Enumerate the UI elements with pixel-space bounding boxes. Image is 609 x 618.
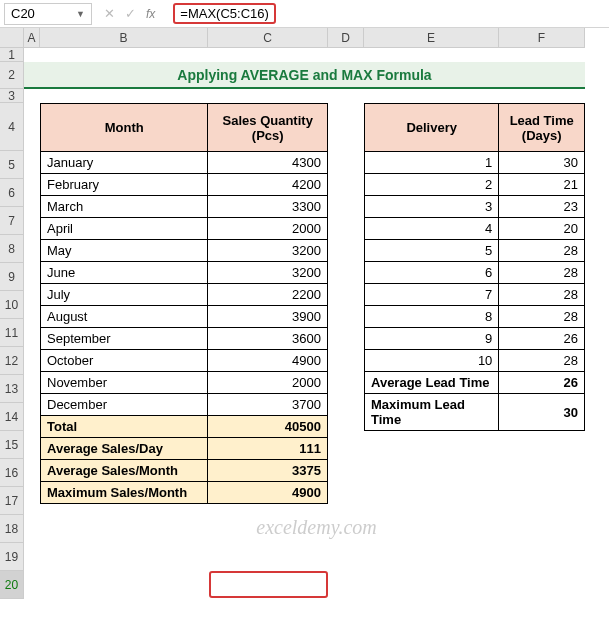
col-header-A[interactable]: A	[24, 28, 40, 48]
fx-icon[interactable]: fx	[146, 7, 155, 21]
avg-day-row: Average Sales/Day111	[41, 438, 328, 460]
avg-month-row: Average Sales/Month3375	[41, 460, 328, 482]
table-row: February4200	[41, 174, 328, 196]
max-month-row: Maximum Sales/Month4900	[41, 482, 328, 504]
column-headers: A B C D E F	[24, 28, 585, 48]
table-row: August3900	[41, 306, 328, 328]
row-header-17[interactable]: 17	[0, 487, 24, 515]
avg-lead-row: Average Lead Time26	[365, 372, 585, 394]
worksheet[interactable]: Applying AVERAGE and MAX Formula Month S…	[24, 48, 609, 599]
table-row: 130	[365, 152, 585, 174]
max-lead-row: Maximum Lead Time30	[365, 394, 585, 431]
table-row: 323	[365, 196, 585, 218]
row-headers: 1 2 3 4 5 6 7 8 9 10 11 12 13 14 15 16 1…	[0, 48, 24, 599]
row-header-19[interactable]: 19	[0, 543, 24, 571]
table-row: June3200	[41, 262, 328, 284]
page-title: Applying AVERAGE and MAX Formula	[24, 62, 585, 89]
table-row: 728	[365, 284, 585, 306]
table-row: 628	[365, 262, 585, 284]
row-header-9[interactable]: 9	[0, 263, 24, 291]
formula-bar[interactable]: =MAX(C5:C16)	[167, 1, 609, 26]
th-delivery: Delivery	[365, 104, 499, 152]
th-lead: Lead Time (Days)	[499, 104, 585, 152]
table-row: October4900	[41, 350, 328, 372]
lead-time-table: Delivery Lead Time (Days) 130 221 323 42…	[364, 103, 585, 431]
row-header-8[interactable]: 8	[0, 235, 24, 263]
th-month: Month	[41, 104, 208, 152]
col-header-C[interactable]: C	[208, 28, 328, 48]
col-header-B[interactable]: B	[40, 28, 208, 48]
max-month-cell[interactable]: 4900	[208, 482, 328, 504]
table-row: 926	[365, 328, 585, 350]
table-row: July2200	[41, 284, 328, 306]
table-row: April2000	[41, 218, 328, 240]
row-header-20[interactable]: 20	[0, 571, 24, 599]
total-row: Total40500	[41, 416, 328, 438]
watermark: exceldemy.com	[256, 516, 376, 539]
row-header-3[interactable]: 3	[0, 89, 24, 103]
row-header-1[interactable]: 1	[0, 48, 24, 62]
col-header-F[interactable]: F	[499, 28, 585, 48]
row-header-6[interactable]: 6	[0, 179, 24, 207]
row-header-14[interactable]: 14	[0, 403, 24, 431]
row-header-12[interactable]: 12	[0, 347, 24, 375]
selected-cell-highlight	[209, 571, 328, 598]
row-header-13[interactable]: 13	[0, 375, 24, 403]
table-row: September3600	[41, 328, 328, 350]
row-header-18[interactable]: 18	[0, 515, 24, 543]
row-header-2[interactable]: 2	[0, 62, 24, 89]
row-header-4[interactable]: 4	[0, 103, 24, 151]
table-row: December3700	[41, 394, 328, 416]
formula-text: =MAX(C5:C16)	[173, 3, 276, 24]
accept-icon: ✓	[125, 6, 136, 21]
table-row: 1028	[365, 350, 585, 372]
table-row: November2000	[41, 372, 328, 394]
row-header-10[interactable]: 10	[0, 291, 24, 319]
formula-bar-icons: ✕ ✓ fx	[104, 6, 155, 21]
chevron-down-icon[interactable]: ▼	[76, 9, 85, 19]
col-header-E[interactable]: E	[364, 28, 499, 48]
formula-bar-row: C20 ▼ ✕ ✓ fx =MAX(C5:C16)	[0, 0, 609, 28]
table-row: 828	[365, 306, 585, 328]
th-qty: Sales Quantity (Pcs)	[208, 104, 328, 152]
row-header-15[interactable]: 15	[0, 431, 24, 459]
col-header-D[interactable]: D	[328, 28, 364, 48]
table-row: May3200	[41, 240, 328, 262]
table-row: 528	[365, 240, 585, 262]
row-header-7[interactable]: 7	[0, 207, 24, 235]
cancel-icon: ✕	[104, 6, 115, 21]
table-row: March3300	[41, 196, 328, 218]
sales-table: Month Sales Quantity (Pcs) January4300 F…	[40, 103, 328, 504]
name-box[interactable]: C20 ▼	[4, 3, 92, 25]
row-header-11[interactable]: 11	[0, 319, 24, 347]
table-row: 221	[365, 174, 585, 196]
row-header-16[interactable]: 16	[0, 459, 24, 487]
table-row: January4300	[41, 152, 328, 174]
name-box-value: C20	[11, 6, 35, 21]
table-row: 420	[365, 218, 585, 240]
row-header-5[interactable]: 5	[0, 151, 24, 179]
select-all-corner[interactable]	[0, 28, 24, 48]
